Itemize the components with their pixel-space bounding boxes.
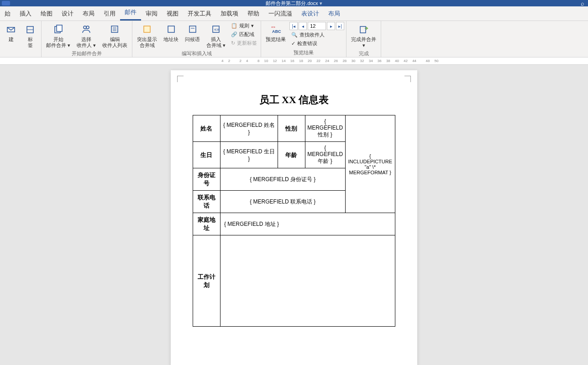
check-icon: ✓ [291, 41, 295, 47]
svg-point-6 [86, 26, 89, 29]
cell-age-label[interactable]: 年龄 [278, 142, 305, 168]
svg-text:«»: «» [271, 25, 275, 29]
update-icon: ↻ [231, 40, 235, 46]
first-record-button[interactable]: |◂ [289, 22, 298, 30]
group-label-finish: 完成 [348, 49, 379, 58]
last-record-button[interactable]: ▸| [336, 22, 344, 30]
preview-results-button[interactable]: «»ABC 预览结果 [263, 22, 289, 43]
insert-field-icon: «» [210, 24, 221, 35]
svg-text:«»: «» [214, 27, 220, 32]
highlight-fields-button[interactable]: 突出显示 合并域 [134, 22, 160, 49]
qat-icon[interactable] [2, 1, 10, 5]
tab-table-design[interactable]: 表设计 [297, 7, 324, 21]
preview-icon: «»ABC [270, 24, 281, 35]
users-icon [81, 24, 92, 35]
svg-rect-11 [144, 26, 150, 32]
tab-home[interactable]: 始 [0, 7, 15, 21]
find-recipient-button[interactable]: 🔍查找收件人 [289, 31, 344, 39]
insert-merge-field-button[interactable]: «» 插入 合并域 ▾ [204, 22, 228, 49]
select-recipients-button[interactable]: 选择 收件人 ▾ [74, 22, 99, 49]
update-labels-button: ↻更新标签 [229, 39, 259, 47]
svg-rect-19 [360, 26, 366, 33]
edit-recipients-button[interactable]: 编辑 收件人列表 [100, 22, 130, 49]
address-icon [166, 24, 177, 35]
quick-access [0, 1, 10, 5]
tab-mailings[interactable]: 邮件 [120, 5, 141, 21]
tab-developer[interactable]: 开发工具 [183, 7, 216, 21]
edit-list-icon [110, 24, 121, 35]
rules-icon: 📋 [231, 23, 237, 29]
labels-button[interactable]: 标 签 [21, 22, 39, 49]
finish-merge-button[interactable]: 完成并合并▾ [348, 22, 379, 49]
cell-phone-label[interactable]: 联系电话 [193, 191, 220, 213]
tab-review[interactable]: 审阅 [141, 7, 162, 21]
greeting-line-button[interactable]: 问候语 [182, 22, 203, 43]
cell-plan-label[interactable]: 工作计划 [193, 235, 220, 327]
cell-age-field[interactable]: { MERGEFIELD 年龄 } [305, 142, 345, 168]
finish-icon [358, 24, 369, 35]
tab-references[interactable]: 引用 [99, 7, 120, 21]
check-errors-button[interactable]: ✓检查错误 [289, 40, 344, 47]
start-mail-merge-button[interactable]: 开始 邮件合并 ▾ [43, 22, 73, 49]
horizontal-ruler[interactable]: 4224810121416182022242628303234363840424… [0, 57, 588, 65]
cell-gender-field[interactable]: { MERGEFIELD 性别 } [305, 115, 345, 142]
record-number-input[interactable] [308, 22, 326, 30]
cell-phone-field[interactable]: { MERGEFIELD 联系电话 } [220, 191, 345, 213]
search-icon[interactable]: ⌕ [581, 0, 584, 7]
address-block-button[interactable]: 地址块 [161, 22, 181, 43]
cell-name-field[interactable]: { MERGEFIELD 姓名 } [220, 115, 278, 142]
cell-addr-field[interactable]: { MERGEFIELD 地址 } [220, 213, 395, 235]
cell-plan-field[interactable] [220, 235, 395, 327]
tab-help[interactable]: 帮助 [243, 7, 264, 21]
highlight-icon [142, 24, 152, 35]
svg-text:ABC: ABC [272, 29, 281, 34]
cell-birth-field[interactable]: { MERGEFIELD 生日 } [220, 142, 278, 168]
match-fields-button[interactable]: 🔗匹配域 [229, 31, 259, 38]
margin-marker-tl [177, 76, 184, 82]
tab-flash[interactable]: 一闪流溢 [264, 7, 297, 21]
group-label-start: 开始邮件合并 [43, 49, 130, 58]
tab-view[interactable]: 视图 [162, 7, 183, 21]
next-record-button[interactable]: ▸ [327, 22, 335, 30]
svg-rect-13 [189, 26, 196, 32]
group-label-write: 编写和插入域 [134, 49, 259, 58]
cell-name-label[interactable]: 姓名 [193, 115, 220, 142]
cell-photo-field[interactable]: { INCLUDEPICTURE "a" \* MERGEFORMAT } [345, 115, 395, 213]
group-label-preview: 预览结果 [263, 48, 344, 57]
page-title[interactable]: 员工 XX 信息表 [177, 93, 411, 107]
cell-gender-label[interactable]: 性别 [278, 115, 305, 142]
tab-draw[interactable]: 绘图 [36, 7, 57, 21]
cell-birth-label[interactable]: 生日 [193, 142, 220, 168]
tab-addins[interactable]: 加载项 [216, 7, 243, 21]
svg-rect-12 [168, 26, 174, 32]
tab-design[interactable]: 设计 [57, 7, 78, 21]
find-icon: 🔍 [291, 32, 298, 38]
merge-icon [53, 24, 64, 35]
cell-id-field[interactable]: { MERGEFIELD 身份证号 } [220, 168, 345, 191]
prev-record-button[interactable]: ◂ [299, 22, 307, 30]
greeting-icon [187, 24, 198, 35]
tab-layout[interactable]: 布局 [78, 7, 99, 21]
svg-point-5 [84, 26, 86, 29]
info-table[interactable]: 姓名 { MERGEFIELD 姓名 } 性别 { MERGEFIELD 性别 … [193, 115, 395, 327]
document-canvas[interactable]: 员工 XX 信息表 姓名 { MERGEFIELD 姓名 } 性别 { MERG… [0, 65, 588, 365]
page[interactable]: 员工 XX 信息表 姓名 { MERGEFIELD 姓名 } 性别 { MERG… [171, 70, 417, 365]
cell-id-label[interactable]: 身份证号 [193, 168, 220, 191]
match-icon: 🔗 [231, 31, 237, 37]
label-icon [25, 24, 36, 35]
tab-insert[interactable]: 插入 [15, 7, 36, 21]
svg-rect-4 [57, 25, 62, 31]
ribbon-tabs: 始 插入 绘图 设计 布局 引用 邮件 审阅 视图 开发工具 加载项 帮助 一闪… [0, 6, 588, 21]
margin-marker-tr [404, 76, 411, 82]
tab-table-layout[interactable]: 布局 [324, 7, 345, 21]
envelopes-button[interactable]: 建 [2, 22, 20, 43]
rules-button[interactable]: 📋规则 ▾ [229, 22, 259, 30]
cell-addr-label[interactable]: 家庭地址 [193, 213, 220, 235]
envelope-icon [5, 24, 16, 35]
title-bar: 邮件合并第二部分.docx ▾ ⌕ [0, 0, 588, 6]
document-filename: 邮件合并第二部分.docx ▾ [266, 0, 322, 7]
ribbon: 建 标 签 开始 邮件合并 ▾ 选择 收件人 ▾ 编辑 收件人列表 开始 [0, 21, 588, 57]
